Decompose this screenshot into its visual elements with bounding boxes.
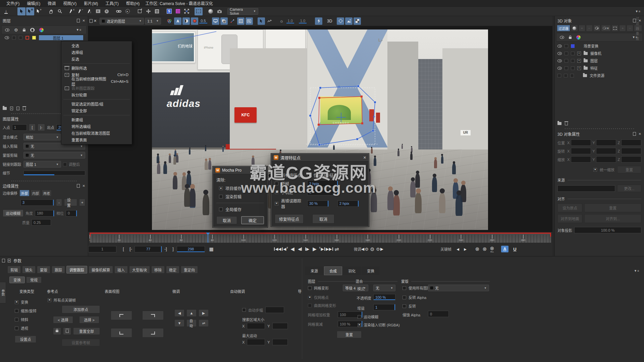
source-field[interactable]	[557, 185, 615, 192]
tree-color-chip[interactable]	[571, 44, 575, 48]
edge-offset-tab[interactable]: 内部	[31, 190, 41, 196]
link-track-tool[interactable]	[115, 7, 123, 15]
all-keyframes-checkbox[interactable]	[48, 298, 51, 302]
context-menu-item[interactable]: 在当前帧取消激活图层	[61, 130, 132, 136]
set-reference-button[interactable]: 设置参考帧	[62, 339, 100, 346]
duplicate-panel-icon[interactable]	[633, 19, 636, 22]
surface-mesh-checkbox[interactable]	[308, 304, 312, 307]
context-menu-item[interactable]: 新建组	[61, 116, 132, 123]
context-menu-item[interactable]: 将所选编组	[61, 123, 132, 130]
filter-sphere-icon[interactable]	[571, 25, 578, 32]
context-menu-item[interactable]: 选择组	[61, 49, 132, 56]
close-panel-icon[interactable]: ✕	[83, 19, 85, 22]
center-crosshair[interactable]	[336, 113, 346, 122]
mesh-reset-button[interactable]: 重置	[337, 331, 362, 338]
module-tab[interactable]: 剪辑	[7, 266, 21, 274]
next-track-frame-button[interactable]: T▶	[318, 245, 326, 253]
brightness-icon[interactable]: ☼	[278, 17, 285, 25]
gain-icon[interactable]	[191, 17, 198, 25]
insert-tab[interactable]: 变换	[362, 266, 380, 275]
new-group-icon[interactable]	[3, 107, 7, 110]
tree-row[interactable]: + 特征	[555, 64, 644, 72]
track-settings-button[interactable]: ⚙	[369, 245, 376, 253]
loop-button[interactable]: ⇌	[333, 245, 340, 253]
module-tab[interactable]: 重定向	[181, 266, 198, 274]
create-bspline-tool[interactable]: ⌐	[76, 7, 85, 15]
blend-mode-dropdown[interactable]: 相加▼	[23, 134, 61, 140]
rgb-channels-icon[interactable]	[166, 17, 173, 25]
remove-button[interactable]: −	[627, 25, 633, 32]
mesh-tool[interactable]	[174, 7, 182, 15]
tree-row[interactable]: 文件资源	[555, 72, 644, 79]
close-icon[interactable]: ✕	[262, 168, 265, 173]
bad-frames-field[interactable]: 2 hpix	[307, 180, 338, 187]
menu-item[interactable]: 工具(T)	[102, 0, 122, 6]
menu-item[interactable]: 影片(M)	[80, 0, 102, 6]
contrast-icon[interactable]	[182, 17, 190, 25]
module-tab[interactable]: 摄像机解算	[89, 266, 113, 274]
rot-x-field[interactable]	[571, 148, 591, 154]
create-xspline-tool[interactable]: x	[68, 7, 76, 15]
dialog-titlebar[interactable]: M 清理特征点 ✕	[271, 154, 369, 162]
motion-blur-toggle[interactable]: 运动模糊	[3, 209, 23, 217]
panel-icon2[interactable]: ✕	[8, 259, 11, 262]
prev-track-frame-button[interactable]: ◀T	[281, 245, 289, 253]
scale-x-field[interactable]	[571, 156, 591, 163]
track-backward-button[interactable]: ◀⚙	[361, 245, 369, 253]
invert-checkbox[interactable]	[402, 304, 406, 308]
blend-mode-dropdown[interactable]: 无▼	[373, 285, 395, 291]
tree-visibility-box[interactable]	[557, 74, 561, 77]
next-frame-button[interactable]: ▶	[304, 245, 311, 253]
track-forward-button[interactable]: ⚙▶	[376, 245, 383, 253]
global-cache-checkbox[interactable]	[219, 207, 223, 211]
mesh-points-only-checkbox[interactable]	[308, 296, 312, 299]
rect-spline-tool[interactable]: X	[94, 7, 102, 15]
reset-all-button[interactable]: 重置全部	[73, 327, 100, 335]
monitor-icon[interactable]	[212, 17, 219, 25]
out-frame-field[interactable]: 298	[177, 246, 205, 252]
auto-step-checkbox[interactable]	[242, 308, 246, 312]
nudge-right-button[interactable]: ▶	[199, 309, 209, 317]
filter-button[interactable]: 过滤器	[557, 25, 570, 32]
surface-corner-tl-button[interactable]	[111, 311, 132, 320]
delete-track-keys-icon[interactable]: ⊗	[481, 245, 488, 253]
layer-active-checkbox[interactable]	[19, 36, 22, 40]
close-icon[interactable]: ✕	[94, 19, 97, 23]
layer-view-dropdown[interactable]: 选定的图层▼	[100, 18, 144, 24]
gamma-value[interactable]: 1.0	[299, 19, 307, 23]
3d-view-toggle[interactable]: 3D	[327, 19, 332, 23]
panel-icon[interactable]	[2, 259, 5, 262]
filter-plus-button[interactable]: +	[579, 25, 585, 32]
layer-fill-color-chip[interactable]	[32, 36, 36, 40]
render-clip-checkbox[interactable]	[219, 195, 223, 198]
link-track-dropdown[interactable]: 图层 1▼	[23, 161, 61, 168]
align-reset-button[interactable]: 重置	[584, 203, 641, 212]
camera-tool[interactable]	[215, 7, 223, 15]
edge-offset-tab[interactable]: 两者	[42, 190, 52, 196]
tree-lock-box[interactable]	[565, 59, 568, 63]
insert-tab[interactable]: 来源	[305, 266, 323, 275]
nudge-auto-button[interactable]: 自动	[186, 319, 197, 327]
lock-column-icon[interactable]	[569, 37, 572, 39]
tree-row[interactable]: + 图层	[555, 57, 644, 64]
delete-keyframe-icon[interactable]: ⊗	[474, 245, 481, 253]
tree-visibility-icon[interactable]	[557, 52, 562, 55]
uberkey-toggle[interactable]: U	[511, 245, 519, 253]
motion-blur-checkbox[interactable]	[358, 315, 361, 319]
layer-spline-color-chip[interactable]	[25, 36, 29, 40]
small-tracks-checkbox[interactable]	[275, 190, 278, 194]
move-tool[interactable]	[144, 7, 152, 15]
objects-menu-button[interactable]: ▼≡	[631, 35, 639, 40]
close-panel-icon[interactable]: ✕	[83, 184, 85, 188]
marquee-zoom-tool[interactable]	[195, 7, 203, 15]
phase-field[interactable]: 0	[66, 210, 77, 217]
close-panel-icon[interactable]: ✕	[639, 132, 641, 136]
add-button[interactable]: +	[619, 25, 626, 32]
module-tab[interactable]: 稳定	[166, 266, 179, 274]
align-to-button[interactable]: 对齐到...	[584, 214, 641, 223]
zoom-tool[interactable]	[56, 7, 64, 15]
select-tool[interactable]	[17, 7, 25, 15]
context-menu-item[interactable]: 删除所选	[61, 65, 132, 71]
tree-visibility-icon[interactable]	[557, 45, 562, 48]
surface-corner-tr-button[interactable]	[142, 311, 164, 320]
